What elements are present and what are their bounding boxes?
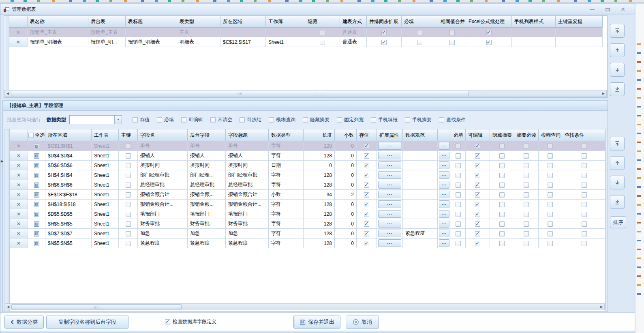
cell-method[interactable]: 普通表	[340, 28, 367, 37]
row-select-checkbox[interactable]	[34, 163, 39, 168]
cell-dtype[interactable]: 字符	[269, 238, 304, 248]
cell-range[interactable]: $G$1:$H$1	[45, 141, 92, 151]
check-db-fields-option[interactable]: 检查数据库字段定义	[165, 318, 216, 325]
cell-ext[interactable]: ...	[377, 180, 403, 190]
checkbox-sumread[interactable]	[524, 221, 529, 227]
toolbar-option-手机填报[interactable]: 手机填报	[371, 116, 398, 123]
cell-pk_dup[interactable]	[556, 37, 603, 47]
cell-req[interactable]	[451, 209, 466, 219]
cell-sheet[interactable]: Sheet1	[92, 180, 119, 190]
cell-pk[interactable]	[119, 229, 138, 238]
move-bottom-button[interactable]	[610, 195, 625, 209]
cell-pk[interactable]	[119, 151, 138, 161]
cell-spec[interactable]	[403, 151, 438, 161]
checkbox-edit[interactable]	[475, 231, 480, 236]
toolbar-option-固定列宽[interactable]: 固定列宽	[337, 116, 364, 123]
ellipsis-button[interactable]: ...	[378, 230, 401, 237]
cell-sheet[interactable]: Sheet1	[92, 219, 119, 229]
ellipsis-button[interactable]: ...	[378, 239, 401, 247]
cell-fuzzy[interactable]	[539, 170, 562, 180]
cell-pk[interactable]	[119, 209, 138, 219]
cell-range[interactable]: $D$7:$D$7	[45, 229, 92, 238]
checkbox-sync[interactable]	[381, 30, 387, 35]
cell-ext[interactable]: ...	[377, 209, 403, 219]
checkbox-req[interactable]	[456, 153, 461, 159]
cell-sync[interactable]	[367, 28, 402, 37]
data-category-button[interactable]: 数据分类	[4, 316, 44, 329]
cell-ext[interactable]: ...	[377, 190, 403, 200]
delete-row-button[interactable]: ✕	[10, 229, 28, 238]
cell-edit[interactable]	[466, 151, 490, 161]
minimize-button[interactable]	[588, 6, 597, 13]
checkbox-pk[interactable]	[126, 241, 131, 246]
cell-sel[interactable]	[28, 209, 45, 219]
cell-fname[interactable]: 报销人	[138, 151, 188, 161]
cell-len[interactable]: 128	[304, 180, 335, 190]
checkbox-edit[interactable]	[475, 183, 480, 188]
cell-sumread[interactable]	[514, 229, 539, 238]
move-down-button[interactable]	[610, 63, 625, 77]
checkbox-hidesum[interactable]	[499, 153, 505, 159]
cell-dec[interactable]: 0	[335, 200, 357, 209]
checkbox-store[interactable]	[364, 202, 369, 207]
delete-row-button[interactable]: ✕	[10, 219, 28, 229]
cell-fname[interactable]: 加急	[138, 229, 188, 238]
cell-ftitle[interactable]: 报销金额合计	[226, 190, 269, 200]
maximize-button[interactable]	[603, 6, 612, 13]
cell-find[interactable]	[562, 200, 605, 209]
checkbox-store[interactable]	[364, 231, 369, 236]
cell-hidesum[interactable]	[490, 170, 514, 180]
panel-splitter[interactable]: ·····	[0, 94, 635, 99]
cell-type[interactable]: 主表	[177, 28, 220, 37]
cell-store[interactable]	[357, 200, 377, 209]
checkbox-hidesum[interactable]	[499, 221, 505, 227]
cell-fback[interactable]: 紧急程度	[188, 238, 226, 248]
cell-required[interactable]	[402, 28, 438, 37]
cell-len[interactable]: 128	[304, 141, 335, 151]
cell-fname[interactable]: 部门经理审批	[138, 170, 188, 180]
cell-ext[interactable]: ...	[377, 238, 403, 248]
cell-find[interactable]	[562, 209, 605, 219]
checkbox-pk[interactable]	[126, 173, 131, 178]
checkbox-pk[interactable]	[126, 221, 131, 227]
checkbox-store[interactable]	[364, 221, 369, 227]
cell-len[interactable]: 128	[304, 238, 335, 248]
cell-excel[interactable]	[466, 37, 512, 47]
close-button[interactable]: ✕	[618, 6, 627, 13]
cell-sel[interactable]	[28, 190, 45, 200]
cell-sumread[interactable]	[514, 238, 539, 248]
cell-sheet[interactable]: Sheet1	[92, 161, 119, 170]
checkbox-req[interactable]	[456, 144, 461, 149]
checkbox-edit[interactable]	[475, 192, 480, 198]
cell-ftitle[interactable]: 填报部门	[226, 209, 269, 219]
cell-req[interactable]	[451, 200, 466, 209]
ellipsis-button[interactable]: ...	[378, 171, 401, 179]
checkbox-store[interactable]	[364, 153, 369, 159]
checkbox-find[interactable]	[582, 221, 587, 227]
save-and-exit-button[interactable]: 保存并退出	[293, 316, 340, 329]
cell-merge[interactable]	[438, 37, 466, 47]
cell-sel[interactable]	[28, 170, 45, 180]
cell-find[interactable]	[562, 229, 605, 238]
cell-fname[interactable]: 财务审批	[138, 219, 188, 229]
cell-fuzzy[interactable]	[539, 200, 562, 209]
cell-method[interactable]: 普通表	[340, 37, 367, 47]
checkbox-edit[interactable]	[475, 144, 480, 149]
cell-range[interactable]: $D$5:$D$5	[45, 209, 92, 219]
cell-fback[interactable]: 单号	[188, 141, 226, 151]
checkbox-pk[interactable]	[126, 212, 131, 217]
cell-spec[interactable]	[403, 200, 438, 209]
toolbar-checkbox[interactable]	[405, 117, 410, 122]
checkbox-fuzzy[interactable]	[548, 173, 553, 178]
checkbox-hidden[interactable]	[320, 40, 325, 45]
cell-sumread[interactable]	[514, 141, 539, 151]
cell-edit[interactable]	[466, 238, 490, 248]
row-select-checkbox[interactable]	[34, 221, 39, 227]
checkbox-store[interactable]	[364, 192, 369, 198]
row-select-checkbox[interactable]	[34, 202, 39, 207]
cell-hidesum[interactable]	[490, 200, 514, 209]
cell-req[interactable]	[451, 219, 466, 229]
cell-range[interactable]: $H$4:$H$4	[45, 170, 92, 180]
checkbox-pk[interactable]	[126, 183, 131, 188]
cell-fback[interactable]: 报销金额...	[188, 200, 226, 209]
